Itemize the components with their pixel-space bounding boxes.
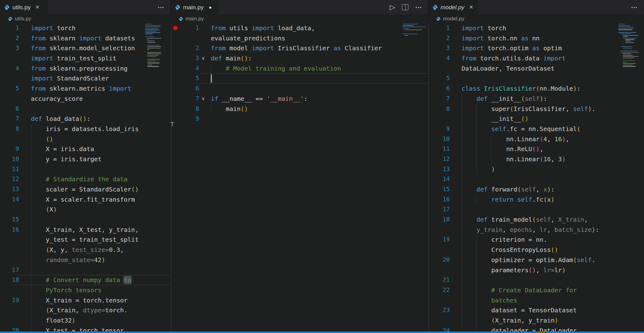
more-actions-icon[interactable]: ⋯	[631, 4, 638, 10]
code-line-content[interactable]: dataset = TensorDataset	[450, 305, 644, 315]
code-line-content[interactable]: super(IrisClassifier, self).	[450, 104, 644, 114]
code-line-content[interactable]: batches	[450, 295, 644, 306]
line-number[interactable]: 1	[0, 23, 19, 33]
fold-chevron-icon[interactable]: ∨	[199, 94, 207, 104]
code-text[interactable]: def load_data():	[27, 114, 170, 124]
breakpoint-margin[interactable]	[171, 84, 180, 94]
code-row[interactable]: ()	[0, 134, 170, 144]
code-row[interactable]: 2from model import IrisClassifier as Cla…	[171, 43, 428, 53]
code-text[interactable]: (X_train, dtype=torch.	[27, 305, 170, 315]
minimap[interactable]	[145, 24, 168, 68]
line-number[interactable]	[0, 94, 19, 104]
code-row[interactable]: 3∨def main():	[171, 53, 428, 64]
code-editor-utils[interactable]: 1import torch2from sklearn import datase…	[0, 23, 170, 333]
line-number[interactable]: 10	[0, 154, 19, 164]
code-row[interactable]: import StandardScaler	[0, 73, 170, 84]
line-number[interactable]: 11	[428, 144, 450, 154]
line-number[interactable]: 8	[180, 104, 199, 114]
code-text[interactable]	[207, 114, 428, 124]
code-text[interactable]: class IrisClassifier(nn.Module):	[458, 84, 644, 94]
code-row[interactable]: 14 X = scaler.fit_transform	[0, 195, 170, 205]
code-line-content[interactable]: self.fc = nn.Sequential(	[450, 124, 644, 134]
code-row[interactable]: 9 X = iris.data	[0, 144, 170, 154]
line-number[interactable]: 8	[0, 124, 19, 134]
code-row[interactable]: 22 # Create DataLoader for	[428, 285, 644, 295]
code-row[interactable]: 8 iris = datasets.load_iris	[0, 124, 170, 134]
code-row[interactable]: 21	[428, 275, 644, 285]
code-text[interactable]: )	[458, 164, 644, 175]
code-row[interactable]: 20 optimizer = optim.Adam(self.	[428, 255, 644, 265]
code-line-content[interactable]: ()	[19, 134, 170, 144]
code-text[interactable]: DataLoader, TensorDataset	[458, 64, 644, 74]
code-text[interactable]	[27, 215, 170, 225]
code-row[interactable]: CrossEntropyLoss()	[428, 245, 644, 255]
code-line-content[interactable]: def forward(self, x):	[450, 184, 644, 195]
code-line-content[interactable]: nn.Linear(4, 16),	[450, 134, 644, 144]
more-actions-icon[interactable]: ⋯	[158, 4, 165, 10]
code-text[interactable]	[458, 73, 644, 84]
line-number[interactable]	[0, 204, 19, 215]
code-line-content[interactable]	[19, 265, 170, 275]
line-number[interactable]: 14	[428, 174, 450, 184]
code-line-content[interactable]	[19, 104, 170, 114]
code-row[interactable]: 16 X_train, X_test, y_train,	[0, 225, 170, 235]
line-number[interactable]: 13	[428, 164, 450, 175]
line-number[interactable]: 3	[180, 53, 199, 64]
code-line-content[interactable]: criterion = nn.	[450, 235, 644, 245]
code-row[interactable]: 14	[428, 174, 644, 184]
code-line-content[interactable]	[450, 204, 644, 215]
breakpoint-indicator[interactable]	[171, 23, 180, 33]
line-number[interactable]	[428, 114, 450, 124]
code-text[interactable]	[207, 73, 428, 84]
line-number[interactable]: 7	[0, 114, 19, 124]
code-line-content[interactable]	[199, 114, 428, 124]
code-row[interactable]: 17	[428, 204, 644, 215]
line-number[interactable]: 5	[428, 73, 450, 84]
code-text[interactable]: return self.fc(x)	[458, 195, 644, 205]
breakpoint-margin[interactable]	[171, 64, 180, 74]
code-row[interactable]: 5	[428, 73, 644, 84]
line-number[interactable]: 5	[180, 73, 199, 84]
line-number[interactable]: 14	[0, 195, 19, 205]
code-text[interactable]: ()	[27, 134, 170, 144]
code-line-content[interactable]: parameters(), lr=lr)	[450, 265, 644, 275]
code-line-content[interactable]: # Model training and evaluation	[199, 64, 428, 74]
code-text[interactable]: X = scaler.fit_transform	[27, 195, 170, 205]
code-row[interactable]: 15	[0, 215, 170, 225]
code-text[interactable]	[458, 204, 644, 215]
code-text[interactable]: parameters(), lr=lr)	[458, 265, 644, 275]
breakpoint-margin[interactable]	[171, 33, 180, 43]
code-line-content[interactable]: main()	[199, 104, 428, 114]
code-text[interactable]: __init__()	[458, 114, 644, 124]
code-line-content[interactable]	[450, 73, 644, 84]
code-line-content[interactable]: def __init__(self):	[450, 94, 644, 104]
code-row[interactable]: batches	[428, 295, 644, 306]
code-text[interactable]: if __name__ == '__main__':	[207, 94, 428, 104]
code-line-content[interactable]	[19, 215, 170, 225]
code-text[interactable]: y_train, epochs, lr, batch_size):	[458, 225, 644, 235]
line-number[interactable]: 23	[428, 305, 450, 315]
code-text[interactable]: (X)	[27, 204, 170, 215]
code-text[interactable]	[458, 275, 644, 285]
line-number[interactable]	[0, 255, 19, 265]
line-number[interactable]: 7	[428, 94, 450, 104]
split-editor-icon[interactable]	[402, 4, 408, 10]
code-line-content[interactable]: X = scaler.fit_transform	[19, 195, 170, 205]
code-line-content[interactable]: y = iris.target	[19, 154, 170, 164]
code-row[interactable]: 9 self.fc = nn.Sequential(	[428, 124, 644, 134]
line-number[interactable]: 19	[0, 295, 19, 306]
code-line-content[interactable]: (X_train, dtype=torch.	[19, 305, 170, 315]
code-text[interactable]: # Standardize the data	[27, 174, 170, 184]
code-row[interactable]: accuracy_score	[0, 94, 170, 104]
minimap[interactable]	[618, 24, 641, 68]
code-line-content[interactable]: ∨if __name__ == '__main__':	[199, 94, 428, 104]
breakpoint-icon[interactable]	[173, 26, 178, 30]
minimap[interactable]	[403, 24, 425, 38]
code-row[interactable]: 4from torch.utils.data import	[428, 53, 644, 64]
code-text[interactable]: from torch.utils.data import	[458, 53, 644, 64]
code-row[interactable]: parameters(), lr=lr)	[428, 265, 644, 275]
code-row[interactable]: 18 def train_model(self, X_train,	[428, 215, 644, 225]
line-number[interactable]	[180, 33, 199, 43]
code-row[interactable]: 18 # Convert numpy data to	[0, 275, 170, 285]
code-line-content[interactable]: (X, y, test_size=0.3,	[19, 245, 170, 255]
